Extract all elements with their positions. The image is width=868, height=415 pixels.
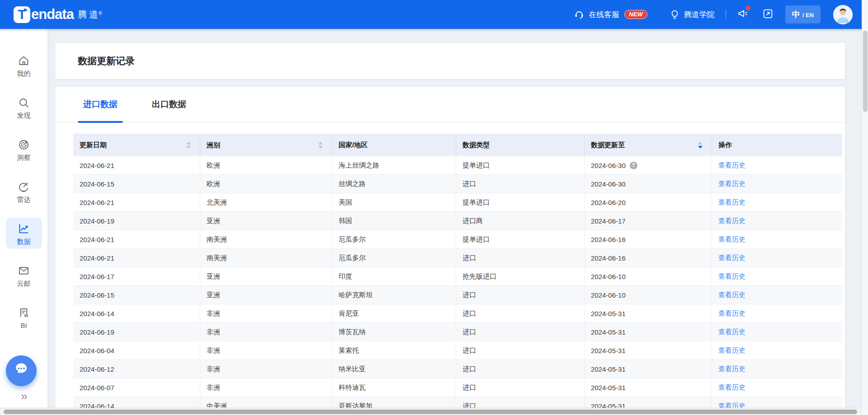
view-history-link[interactable]: 查看历史 bbox=[718, 346, 745, 355]
view-history-link[interactable]: 查看历史 bbox=[718, 291, 745, 299]
top-nav: 在线客服 NEW 腾道学院 bbox=[574, 5, 853, 24]
sort-control[interactable] bbox=[698, 142, 703, 149]
horizontal-scrollbar-thumb[interactable] bbox=[4, 410, 857, 414]
cell-updated_to: 2024-06-10 bbox=[585, 267, 712, 285]
horizontal-scrollbar[interactable] bbox=[0, 408, 862, 415]
cell-action: 查看历史 bbox=[712, 378, 842, 396]
cell-date: 2024-06-21 bbox=[73, 156, 200, 174]
cell-text: 2024-05-31 bbox=[591, 328, 626, 336]
column-header-updated_to[interactable]: 数据更新至 bbox=[585, 134, 712, 156]
sort-control[interactable] bbox=[318, 142, 323, 149]
table-row: 2024-06-12非洲纳米比亚进口2024-05-31查看历史 bbox=[73, 360, 842, 378]
cell-action: 查看历史 bbox=[712, 341, 842, 359]
column-header-date[interactable]: 更新日期 bbox=[73, 134, 200, 156]
cell-type: 进口 bbox=[456, 360, 585, 378]
language-toggle[interactable]: 中 / EN bbox=[785, 5, 821, 23]
cell-updated_to: 2024-06-16 bbox=[585, 230, 712, 248]
sidebar-label: 雷达 bbox=[17, 196, 31, 203]
tab-import-data[interactable]: 进口数据 bbox=[78, 87, 123, 122]
bi-icon: BI bbox=[18, 307, 30, 319]
cell-text: 美国 bbox=[339, 198, 352, 207]
view-history-link[interactable]: 查看历史 bbox=[718, 328, 745, 336]
cell-action: 查看历史 bbox=[712, 360, 842, 378]
view-history-link[interactable]: 查看历史 bbox=[718, 235, 745, 244]
cell-text: 2024-06-14 bbox=[80, 310, 114, 317]
cell-text: 2024-06-21 bbox=[80, 162, 114, 169]
cell-text: 南美洲 bbox=[207, 235, 227, 244]
table-row: 2024-06-04非洲莱索托进口2024-05-31查看历史 bbox=[73, 341, 842, 360]
cell-text: 2024-05-31 bbox=[591, 384, 626, 392]
cell-text: 2024-06-16 bbox=[591, 236, 626, 243]
cell-text: 韩国 bbox=[339, 217, 352, 225]
cell-text: 进口 bbox=[462, 346, 476, 355]
cell-text: 2024-06-16 bbox=[591, 254, 626, 262]
vertical-scrollbar[interactable] bbox=[862, 0, 868, 415]
cell-updated_to: 2024-06-30 bbox=[585, 175, 712, 193]
cell-action: 查看历史 bbox=[712, 175, 842, 193]
view-history-link[interactable]: 查看历史 bbox=[718, 365, 745, 373]
cell-action: 查看历史 bbox=[712, 267, 842, 285]
cell-text: 进口 bbox=[462, 365, 476, 373]
vertical-scrollbar-thumb[interactable] bbox=[863, 31, 868, 112]
view-history-link[interactable]: 查看历史 bbox=[718, 309, 745, 318]
cell-updated_to: 2024-06-17 bbox=[585, 212, 712, 230]
cell-text: 印度 bbox=[339, 272, 352, 281]
cell-text: 2024-06-30 bbox=[591, 180, 626, 188]
sidebar-item-cloudmail[interactable]: 云邮 bbox=[6, 260, 42, 291]
cell-action: 查看历史 bbox=[712, 156, 842, 174]
cell-text: 2024-06-17 bbox=[80, 273, 114, 280]
fullscreen-button[interactable] bbox=[762, 8, 774, 21]
sort-desc-icon[interactable] bbox=[698, 146, 703, 149]
view-history-link[interactable]: 查看历史 bbox=[718, 198, 745, 207]
mail-icon bbox=[18, 265, 30, 277]
sort-asc-icon[interactable] bbox=[698, 142, 703, 145]
view-history-link[interactable]: 查看历史 bbox=[718, 161, 745, 170]
sidebar-item-insight[interactable]: 洞察 bbox=[6, 134, 42, 165]
online-service-label: 在线客服 bbox=[589, 9, 619, 20]
nav-separator bbox=[658, 9, 659, 19]
cell-type: 提单进口 bbox=[456, 156, 585, 174]
tendata-logo[interactable]: T endata 腾道 ® bbox=[14, 6, 102, 23]
academy-link[interactable]: 腾道学院 bbox=[670, 9, 715, 20]
sidebar-item-bi[interactable]: BI BI bbox=[6, 302, 42, 333]
table-row: 2024-06-21南美洲厄瓜多尔提单进口2024-06-16查看历史 bbox=[73, 230, 842, 249]
lightbulb-icon bbox=[670, 9, 680, 20]
chat-support-button[interactable] bbox=[6, 355, 37, 386]
table-row: 2024-06-19亚洲韩国进口商2024-06-17查看历史 bbox=[73, 212, 842, 230]
sort-asc-icon[interactable] bbox=[186, 142, 191, 145]
announcement-button[interactable] bbox=[737, 8, 749, 21]
sort-desc-icon[interactable] bbox=[318, 146, 323, 149]
sort-desc-icon[interactable] bbox=[186, 146, 191, 149]
cell-continent: 南美洲 bbox=[200, 230, 332, 248]
sidebar-item-mine[interactable]: 我的 bbox=[6, 50, 42, 81]
cell-region: 丝绸之路 bbox=[332, 175, 456, 193]
cell-text: 非洲 bbox=[207, 346, 220, 355]
data-records-card: 进口数据 出口数据 更新日期洲别国家/地区数据类型数据更新至操作 2024-06… bbox=[55, 87, 845, 415]
cell-text: 南美洲 bbox=[207, 254, 227, 262]
column-header-continent[interactable]: 洲别 bbox=[200, 134, 332, 156]
view-history-link[interactable]: 查看历史 bbox=[718, 254, 745, 262]
view-history-link[interactable]: 查看历史 bbox=[718, 383, 745, 392]
tab-export-data[interactable]: 出口数据 bbox=[146, 87, 192, 122]
sort-control[interactable] bbox=[186, 142, 191, 149]
sidebar-item-data[interactable]: 数据 bbox=[6, 218, 42, 249]
sidebar-item-radar[interactable]: 雷达 bbox=[6, 176, 42, 207]
help-icon[interactable]: ? bbox=[630, 162, 637, 169]
cell-continent: 非洲 bbox=[200, 323, 332, 341]
cell-text: 厄瓜多尔 bbox=[339, 254, 366, 262]
sidebar-expand-chevrons[interactable]: » bbox=[0, 390, 47, 402]
sidebar-item-discover[interactable]: 发现 bbox=[6, 92, 42, 123]
cell-type: 抢先版进口 bbox=[456, 267, 585, 285]
cell-continent: 非洲 bbox=[200, 360, 332, 378]
sort-asc-icon[interactable] bbox=[318, 142, 323, 145]
view-history-link[interactable]: 查看历史 bbox=[718, 217, 745, 225]
cell-continent: 北美洲 bbox=[200, 193, 332, 211]
cell-region: 哈萨克斯坦 bbox=[332, 286, 456, 304]
cell-text: 2024-06-15 bbox=[80, 291, 114, 299]
online-service-link[interactable]: 在线客服 NEW bbox=[574, 9, 647, 20]
cell-updated_to: 2024-05-31 bbox=[585, 341, 712, 359]
user-avatar[interactable] bbox=[833, 5, 853, 24]
view-history-link[interactable]: 查看历史 bbox=[718, 272, 745, 281]
view-history-link[interactable]: 查看历史 bbox=[718, 180, 745, 188]
cell-text: 纳米比亚 bbox=[339, 365, 366, 373]
